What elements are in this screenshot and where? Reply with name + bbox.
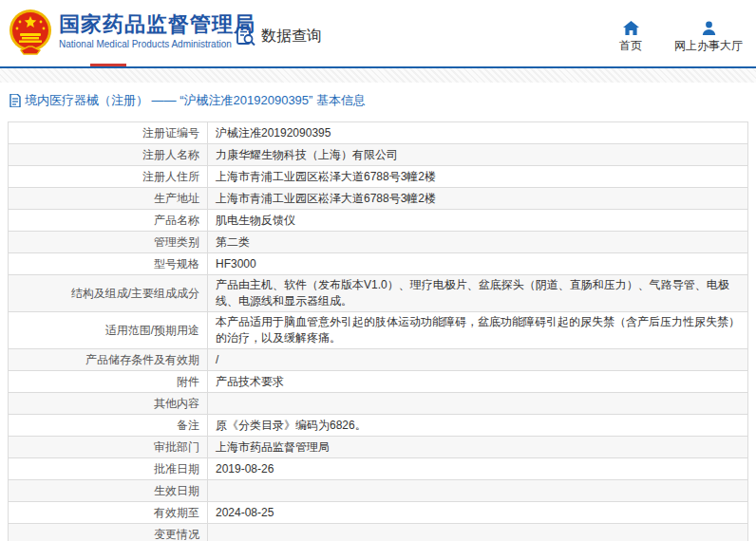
row-label: 有效期至	[9, 502, 208, 524]
agency-name-en: National Medical Products Administration	[59, 39, 255, 49]
table-row: 适用范围/预期用途本产品适用于脑血管意外引起的肢体运动功能障碍，盆底功能障碍引起…	[9, 312, 748, 349]
row-label: 生效日期	[9, 480, 208, 502]
data-query-icon	[236, 26, 256, 47]
row-value: 2024-08-25	[208, 502, 748, 524]
row-value: 产品由主机、软件（发布版本V1.0）、理疗电极片、盆底探头（阴道、直肠和压力）、…	[208, 275, 748, 312]
row-value	[208, 480, 748, 502]
row-value: 上海市药品监督管理局	[208, 437, 748, 458]
row-label: 型号规格	[9, 253, 208, 275]
row-value: /	[208, 349, 748, 371]
registration-info-table-wrap: 注册证编号沪械注准20192090395注册人名称力康华耀生物科技（上海）有限公…	[8, 121, 748, 541]
nav-item-service-hall[interactable]: 网上办事大厅	[674, 21, 743, 54]
row-label: 注册人住所	[9, 166, 208, 188]
table-row: 注册证编号沪械注准20192090395	[9, 122, 748, 144]
row-label: 附件	[9, 371, 208, 393]
national-emblem-logo	[8, 9, 53, 56]
row-value: 肌电生物反馈仪	[208, 210, 748, 232]
row-value: 2019-08-26	[208, 458, 748, 480]
table-row: 注册人名称力康华耀生物科技（上海）有限公司	[9, 144, 748, 166]
breadcrumb: 境内医疗器械（注册） —— “沪械注准20192090395” 基本信息	[0, 83, 756, 118]
nav-label-service-hall: 网上办事大厅	[674, 38, 743, 54]
header-nav: 首页 网上办事大厅	[619, 21, 743, 54]
person-icon	[702, 21, 716, 35]
home-icon	[623, 21, 639, 35]
row-label: 审批部门	[9, 437, 208, 458]
table-row: 备注原《分类目录》编码为6826。	[9, 415, 748, 437]
red-accent-bar	[90, 64, 126, 66]
row-label: 注册证编号	[9, 122, 208, 144]
nav-label-home: 首页	[619, 38, 642, 54]
table-row: 管理类别第二类	[9, 232, 748, 253]
table-row: 附件产品技术要求	[9, 371, 748, 393]
row-label: 备注	[9, 415, 208, 437]
page-title: 境内医疗器械（注册） —— “沪械注准20192090395” 基本信息	[25, 92, 366, 109]
table-row: 产品名称肌电生物反馈仪	[9, 210, 748, 232]
row-label: 适用范围/预期用途	[9, 312, 208, 349]
info-table-body: 注册证编号沪械注准20192090395注册人名称力康华耀生物科技（上海）有限公…	[9, 122, 748, 541]
table-row: 变更情况	[9, 524, 748, 541]
document-icon	[9, 94, 21, 107]
row-value: 力康华耀生物科技（上海）有限公司	[208, 144, 748, 166]
row-value: 原《分类目录》编码为6826。	[208, 415, 748, 437]
table-row: 批准日期2019-08-26	[9, 458, 748, 480]
row-value: 第二类	[208, 232, 748, 253]
row-value: 沪械注准20192090395	[208, 122, 748, 144]
row-label: 注册人名称	[9, 144, 208, 166]
row-label: 变更情况	[9, 524, 208, 541]
row-value	[208, 393, 748, 415]
row-label: 管理类别	[9, 232, 208, 253]
table-row: 有效期至2024-08-25	[9, 502, 748, 524]
row-value: 上海市青浦工业园区崧泽大道6788号3幢2楼	[208, 166, 748, 188]
row-value	[208, 524, 748, 541]
table-row: 审批部门上海市药品监督管理局	[9, 437, 748, 458]
nav-item-home[interactable]: 首页	[619, 21, 642, 54]
row-label: 批准日期	[9, 458, 208, 480]
row-value: HF3000	[208, 253, 748, 275]
agency-name-zh: 国家药品监督管理局	[59, 12, 255, 37]
row-label: 生产地址	[9, 188, 208, 210]
table-row: 产品储存条件及有效期/	[9, 349, 748, 371]
hatched-band	[0, 68, 756, 83]
row-label: 其他内容	[9, 393, 208, 415]
data-query-section[interactable]: 数据查询	[236, 26, 322, 47]
table-row: 生产地址上海市青浦工业园区崧泽大道6788号3幢2楼	[9, 188, 748, 210]
agency-title-block: 国家药品监督管理局 National Medical Products Admi…	[59, 12, 255, 49]
row-value: 本产品适用于脑血管意外引起的肢体运动功能障碍，盆底功能障碍引起的尿失禁（含产后压…	[208, 312, 748, 349]
row-value: 上海市青浦工业园区崧泽大道6788号3幢2楼	[208, 188, 748, 210]
data-query-label: 数据查询	[261, 27, 322, 47]
row-label: 产品名称	[9, 210, 208, 232]
row-value: 产品技术要求	[208, 371, 748, 393]
site-header: 国家药品监督管理局 National Medical Products Admi…	[0, 0, 756, 66]
registration-info-table: 注册证编号沪械注准20192090395注册人名称力康华耀生物科技（上海）有限公…	[8, 121, 748, 541]
table-row: 其他内容	[9, 393, 748, 415]
table-row: 型号规格HF3000	[9, 253, 748, 275]
table-row: 生效日期	[9, 480, 748, 502]
row-label: 产品储存条件及有效期	[9, 349, 208, 371]
table-row: 结构及组成/主要组成成分产品由主机、软件（发布版本V1.0）、理疗电极片、盆底探…	[9, 275, 748, 312]
row-label: 结构及组成/主要组成成分	[9, 275, 208, 312]
table-row: 注册人住所上海市青浦工业园区崧泽大道6788号3幢2楼	[9, 166, 748, 188]
